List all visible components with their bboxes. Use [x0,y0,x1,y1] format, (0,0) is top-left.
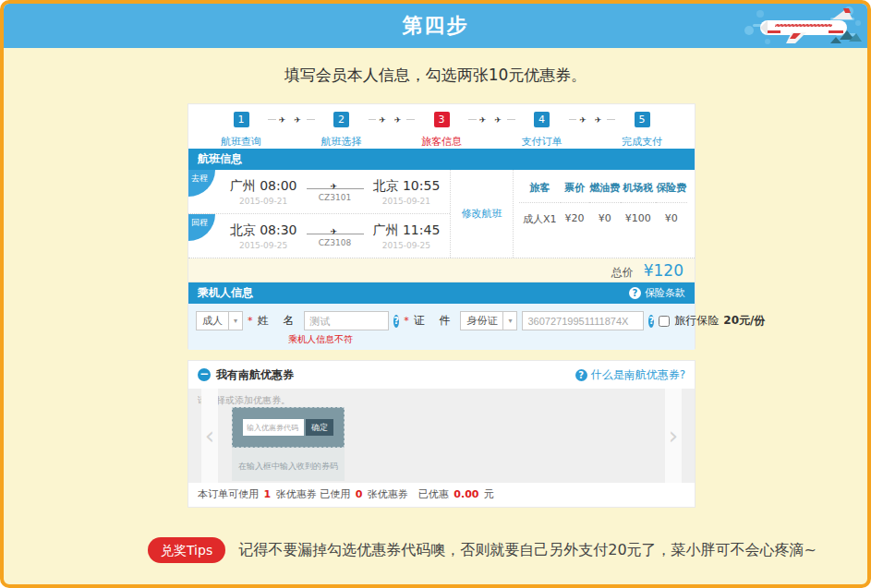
price-cell: 成人X1 [519,203,561,226]
passenger-error-text: 乘机人信息不符 [288,333,695,346]
price-header: 燃油费 [589,181,621,203]
price-header: 旅客 [519,181,561,203]
return-segment-row: 回程 北京 08:30 2015-09-25 ✈ CZ3108 广州 11:45… [188,214,450,258]
step-label: 完成支付 [622,135,662,149]
plane-icon: ✈ ✈ [276,115,307,125]
id-type-value: 身份证 [461,314,502,328]
id-type-select[interactable]: 身份证 ▾ [460,311,517,330]
price-header: 票价 [561,181,589,203]
dep-city: 广州 [230,178,256,193]
step-label: 航班选择 [321,135,362,149]
top-header: 第四步 [4,4,867,48]
passenger-type-select[interactable]: 成人 ▾ [196,311,243,330]
arr-city: 北京 [373,178,399,193]
total-price-label: 总价 [611,266,634,279]
price-table: 旅客 票价 燃油费 机场税 保险费 成人X1 ¥20 ¥0 ¥100 ¥0 [519,181,687,226]
price-column: 旅客 票价 燃油费 机场税 保险费 成人X1 ¥20 ¥0 ¥100 ¥0 [514,170,695,258]
passenger-form: 成人 ▾ * 姓 名 ? * 证 件 身份证 ▾ ? 旅行保险 20元/份 乘 [188,304,695,350]
plane-icon: ✈ [331,227,338,236]
insurance-terms-link[interactable]: ? 保险条款 [629,282,685,304]
carousel-prev-icon[interactable]: ‹ [201,389,218,483]
coupon-header-title: 我有南航优惠券 [216,367,294,383]
required-mark: * [404,315,409,327]
name-input[interactable] [304,311,389,330]
coupon-header-toggle[interactable]: − 我有南航优惠券 [198,367,294,383]
price-header: 保险费 [656,181,687,203]
arrival-endpoint: 广州 11:45 2015-09-25 [373,222,441,250]
passenger-info-title: 乘机人信息 [198,282,253,304]
passenger-info-header: 乘机人信息 ? 保险条款 [188,282,695,304]
saved-amount: 0.00 [452,488,480,500]
step-number: 2 [333,112,349,127]
price-cell: ¥0 [656,203,687,226]
step-flight-select[interactable]: 2 航班选择 [315,112,369,149]
page-title: 第四步 [4,4,867,48]
modify-flight-link[interactable]: 修改航班 [462,207,502,221]
modify-flight-column: 修改航班 [450,170,514,258]
step-label: 旅客信息 [421,135,462,149]
id-number-input[interactable] [522,311,644,330]
flight-number-block: ✈ CZ3108 [307,226,364,247]
step-passenger-info[interactable]: 3 旅客信息 [415,112,468,149]
travel-insurance-checkbox[interactable] [659,316,670,327]
booking-stepper: 1 航班查询 ✈ ✈ 2 航班选择 ✈ ✈ 3 旅客信息 ✈ ✈ 4 支 [188,104,695,149]
coupon-code-input[interactable] [243,419,304,436]
flight-info-title: 航班信息 [198,149,242,170]
carousel-next-icon[interactable]: › [665,389,682,483]
plane-icon: ✈ [331,182,338,191]
what-is-coupon-link[interactable]: ? 什么是南航优惠券? [575,367,685,383]
step-number: 3 [434,112,450,127]
step-label: 航班查询 [221,135,261,149]
dep-time: 08:00 [260,178,296,193]
coupon-carousel-area: 请选择或添加优惠券。 ‹ › 确定 在输入框中输入收到的券码 [188,389,695,483]
departure-endpoint: 广州 08:00 2015-09-21 [230,178,297,206]
stepper-connector: ✈ ✈ [369,112,416,127]
booking-panel: 1 航班查询 ✈ ✈ 2 航班选择 ✈ ✈ 3 旅客信息 ✈ ✈ 4 支 [188,103,696,349]
dep-city: 北京 [230,222,256,237]
coupon-summary: 本订单可使用 1 张优惠券 已使用 0 张优惠券 已优惠 0.00 元 [188,483,695,507]
page: 第四步 填写会员本人信息，勾选两张10元优惠券。 [0,0,871,588]
total-price-value: ¥120 [644,261,683,280]
insurance-price: 20元/份 [723,313,765,329]
usable-coupon-count: 1 [262,488,273,500]
stepper-connector: ✈ ✈ [468,112,515,127]
passenger-type-value: 成人 [197,314,228,328]
help-icon: ? [629,287,641,299]
plane-illustration-icon [740,5,862,47]
plane-icon: ✈ ✈ [477,115,507,125]
arr-date: 2015-09-21 [373,197,441,206]
price-cell: ¥20 [561,203,589,226]
flight-number: CZ3108 [307,238,364,247]
name-help-icon[interactable]: ? [393,315,399,328]
plane-icon: ✈ ✈ [576,115,607,125]
price-header: 机场税 [621,181,656,203]
arr-city: 广州 [373,222,399,237]
step-pay-order[interactable]: 4 支付订单 [515,112,569,149]
step-payment-done[interactable]: 5 完成支付 [615,112,669,149]
tips-badge: 兑奖Tips [148,537,225,563]
flight-number: CZ3101 [307,193,364,202]
total-price-row: 总价 ¥120 [188,258,695,282]
arrival-endpoint: 北京 10:55 2015-09-21 [373,178,441,206]
used-coupon-count: 0 [354,488,365,500]
arr-time: 11:45 [403,222,440,237]
coupon-confirm-button[interactable]: 确定 [306,419,333,436]
collapse-icon: − [198,368,211,381]
arr-time: 10:55 [403,178,440,193]
arr-date: 2015-09-25 [373,241,441,250]
step-flight-search[interactable]: 1 航班查询 [214,112,268,149]
flight-area: 去程 广州 08:00 2015-09-21 ✈ CZ3101 北京 10:55… [188,170,695,258]
outbound-segment-row: 去程 广州 08:00 2015-09-21 ✈ CZ3101 北京 10:55… [188,170,450,214]
id-help-icon[interactable]: ? [648,315,654,328]
flight-number-block: ✈ CZ3101 [307,181,364,202]
coupon-card-caption: 在输入框中输入收到的券码 [232,448,345,481]
id-label: 证 件 [414,313,456,329]
dep-date: 2015-09-25 [230,241,297,250]
step-number: 4 [534,112,550,127]
coupon-code-card: 确定 在输入框中输入收到的券码 [232,407,345,481]
flight-info-header: 航班信息 [188,149,695,170]
departure-endpoint: 北京 08:30 2015-09-25 [230,222,297,250]
step-number: 1 [234,112,249,127]
required-mark: * [248,315,253,327]
price-cell: ¥100 [621,203,656,226]
